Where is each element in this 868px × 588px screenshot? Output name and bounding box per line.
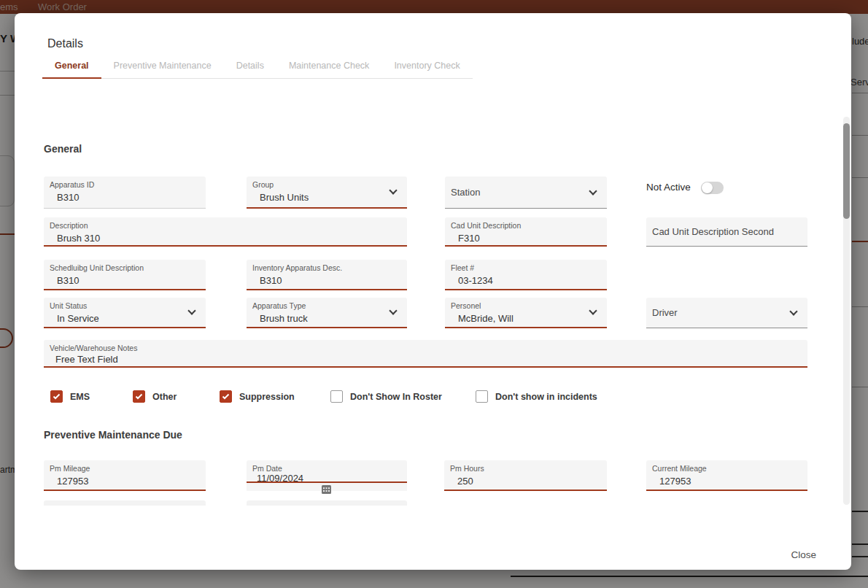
not-active-toggle[interactable] (701, 182, 724, 194)
clipped-field[interactable] (44, 500, 206, 506)
field-value: F310 (458, 233, 480, 244)
section-heading-pm-due: Preventive Maintenance Due (44, 429, 182, 441)
field-label: Fleet # (451, 263, 474, 272)
field-label: Cad Unit Description (451, 221, 521, 230)
close-button[interactable]: Close (791, 549, 816, 560)
date-input-underline (247, 481, 407, 483)
checkbox-box (133, 390, 145, 403)
cad-unit-description-field[interactable]: Cad Unit Description F310 (445, 217, 607, 247)
field-label: Vehicle/Warehouse Notes (50, 344, 137, 352)
field-placeholder: Driver (652, 307, 678, 318)
checkbox-dont-show-in-incidents[interactable]: Don't show in incidents (476, 390, 597, 403)
field-value: Brush truck (260, 313, 308, 324)
field-value: Brush 310 (57, 233, 100, 244)
section-heading-general: General (44, 143, 82, 155)
vehicle-warehouse-notes-field[interactable]: Vehicle/Warehouse Notes Free Text Field (44, 340, 807, 368)
clipped-field[interactable] (247, 500, 407, 506)
field-placeholder: Station (451, 187, 480, 198)
field-label: Pm Hours (450, 464, 484, 473)
field-label: Schedluibg Unit Description (50, 263, 144, 272)
checkbox-label: Other (152, 392, 177, 402)
field-placeholder: Cad Unit Description Second (652, 226, 774, 237)
field-value: In Service (57, 313, 99, 324)
tab-maintenance-check[interactable]: Maintenance Check (276, 57, 381, 78)
scrollbar-thumb[interactable] (843, 123, 850, 219)
station-select[interactable]: Station (445, 177, 607, 209)
calendar-icon[interactable] (322, 484, 331, 497)
personel-select[interactable]: Personel McBride, Will (445, 298, 607, 328)
field-label: Apparatus ID (50, 180, 94, 189)
pm-hours-field[interactable]: Pm Hours 250 (444, 460, 607, 491)
unit-status-select[interactable]: Unit Status In Service (44, 298, 206, 328)
checkbox-box (220, 390, 232, 403)
field-value: B310 (260, 275, 282, 286)
check-icon (53, 393, 61, 400)
modal-tabs: General Preventive Maintenance Details M… (42, 57, 473, 79)
tab-details[interactable]: Details (224, 57, 276, 78)
field-label: Group (252, 180, 274, 189)
checkbox-box (476, 390, 488, 403)
checkbox-other[interactable]: Other (133, 390, 177, 403)
description-field[interactable]: Description Brush 310 (44, 217, 407, 247)
checkbox-ems[interactable]: EMS (50, 390, 90, 403)
field-value: 127953 (659, 476, 691, 487)
apparatus-type-select[interactable]: Apparatus Type Brush truck (247, 298, 407, 328)
field-label: Unit Status (50, 301, 87, 310)
field-label: Description (50, 221, 88, 230)
field-label: Personel (451, 301, 481, 310)
tab-general[interactable]: General (42, 57, 101, 79)
pm-date-field[interactable]: Pm Date 11/09/2024 (247, 460, 407, 491)
chevron-down-icon (389, 186, 397, 194)
inventory-apparatus-desc-field[interactable]: Inventory Apparatus Desc. B310 (247, 260, 407, 290)
field-value: Brush Units (260, 192, 309, 203)
chevron-down-icon (589, 306, 597, 314)
checkbox-label: Don't Show In Roster (350, 392, 442, 402)
field-value: B310 (57, 192, 79, 203)
field-value: 250 (457, 476, 473, 487)
checkbox-dont-show-in-roster[interactable]: Don't Show In Roster (330, 390, 442, 403)
tab-preventive-maintenance[interactable]: Preventive Maintenance (101, 57, 224, 78)
field-value: McBride, Will (458, 313, 514, 324)
apparatus-id-field[interactable]: Apparatus ID B310 (44, 177, 206, 209)
checkbox-label: EMS (70, 392, 90, 402)
not-active-label: Not Active (646, 182, 691, 193)
field-value: 127953 (57, 476, 88, 487)
checkbox-box (50, 390, 63, 403)
group-select[interactable]: Group Brush Units (247, 177, 407, 209)
field-label: Current Mileage (652, 464, 707, 473)
pm-mileage-field[interactable]: Pm Mileage 127953 (44, 460, 206, 491)
chevron-down-icon (187, 306, 195, 314)
field-value: 03-1234 (458, 275, 493, 286)
field-label: Pm Mileage (50, 464, 90, 473)
scheduling-unit-description-field[interactable]: Schedluibg Unit Description B310 (44, 260, 206, 290)
checkbox-label: Suppression (239, 392, 295, 402)
modal-title: Details (47, 37, 83, 50)
fleet-number-field[interactable]: Fleet # 03-1234 (445, 260, 607, 290)
checkbox-suppression[interactable]: Suppression (220, 390, 295, 403)
cad-unit-description-second-field[interactable]: Cad Unit Description Second (646, 217, 807, 247)
toggle-knob (702, 182, 713, 193)
current-mileage-field[interactable]: Current Mileage 127953 (646, 460, 807, 491)
driver-select[interactable]: Driver (646, 298, 807, 328)
field-label: Pm Date (252, 464, 282, 473)
field-value: Free Text Field (55, 354, 118, 365)
details-modal: Details General Preventive Maintenance D… (15, 13, 851, 570)
field-label: Apparatus Type (252, 301, 306, 310)
chevron-down-icon (789, 307, 797, 315)
check-icon (222, 393, 230, 400)
page: ems Work Order Y W artm lude Servic Deta… (0, 0, 868, 588)
check-icon (135, 393, 143, 400)
tab-inventory-check[interactable]: Inventory Check (381, 57, 472, 78)
checkbox-box (330, 390, 343, 403)
chevron-down-icon (589, 187, 597, 195)
field-value: B310 (57, 275, 79, 286)
field-label: Inventory Apparatus Desc. (252, 263, 342, 272)
chevron-down-icon (389, 306, 397, 314)
checkbox-label: Don't show in incidents (495, 392, 597, 402)
